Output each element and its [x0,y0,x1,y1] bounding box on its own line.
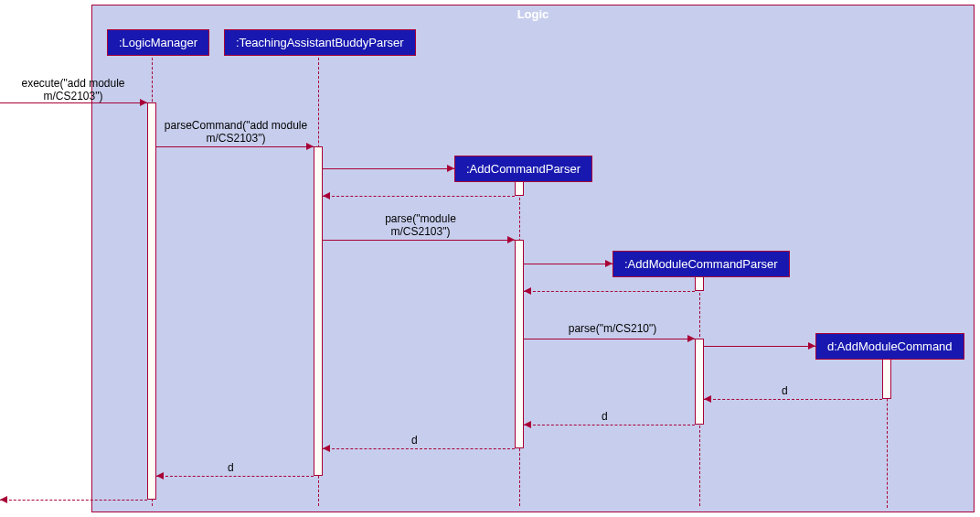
msg-execute-2: m/CS2103") [44,90,103,102]
arrowhead-return-out [0,496,7,503]
logic-frame: Logic [91,5,975,512]
msg-pc-1: parseCommand("add module [165,119,307,132]
arrow-return-d4 [156,476,314,477]
activation-logic-manager [147,102,156,500]
arrowhead-return-d3 [323,445,330,452]
arrow-create-amc [704,346,815,347]
arrow-return-acp [323,196,515,197]
msg-parse-command: parseCommand("add module m/CS2103") [154,119,318,145]
arrow-create-acp [323,168,454,169]
activation-add-module-parser-2 [695,339,704,425]
arrow-create-amcp [524,264,612,264]
arrow-return-d2 [524,425,695,425]
msg-pm-2: m/CS2103") [391,225,451,238]
frame-title: Logic [508,5,559,23]
participant-parser: :TeachingAssistantBuddyParser [224,29,416,56]
participant-add-module-command: d:AddModuleCommand [815,333,964,360]
arrowhead-return-amcp [524,287,531,295]
msg-pm-1: parse("module [385,212,456,225]
arrowhead-return-d1 [704,395,711,403]
arrow-return-out [0,500,147,501]
arrowhead-create-amcp [605,260,612,267]
msg-return-d2: d [602,410,608,423]
arrow-return-d1 [704,399,882,400]
arrowhead-return-acp [323,192,330,199]
msg-pc-2: m/CS2103") [207,132,266,145]
activation-add-command-parser-2 [515,240,524,448]
msg-return-d4: d [228,461,234,474]
arrow-parse-command [156,146,314,147]
participant-add-module-command-parser: :AddModuleCommandParser [612,251,790,277]
msg-parse-mcs: parse("m/CS210") [558,322,667,335]
msg-execute: execute("add module m/CS2103") [0,77,146,102]
arrowhead-create-acp [447,165,454,172]
arrow-return-amcp [524,291,695,292]
activation-parser [314,146,323,476]
msg-parse-module: parse("module m/CS2103") [347,212,494,238]
activation-add-module-command [882,357,891,399]
arrowhead-parse-mcs [687,335,695,342]
msg-execute-1: execute("add module [22,77,125,90]
participant-add-command-parser: :AddCommandParser [454,156,592,182]
arrowhead-return-d4 [156,472,164,479]
arrow-parse-module [323,240,515,241]
arrow-execute [0,102,147,103]
arrowhead-create-amc [808,342,815,350]
arrowhead-parse-module [507,236,515,243]
msg-return-d1: d [782,384,788,397]
msg-return-d3: d [411,434,418,447]
participant-logic-manager: :LogicManager [107,29,209,56]
arrow-return-d3 [323,448,515,449]
arrowhead-return-d2 [524,421,531,428]
arrow-parse-mcs [524,339,695,339]
